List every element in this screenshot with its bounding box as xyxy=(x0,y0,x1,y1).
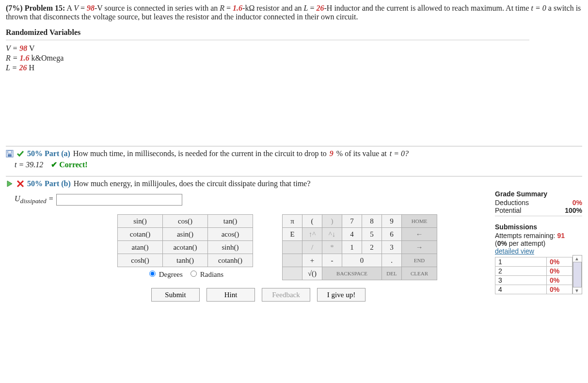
key-right[interactable]: → xyxy=(402,241,437,254)
number-pad: π ( ) 7 8 9 HOME E ↑^ ^↓ 4 5 6 ← / * xyxy=(282,214,437,280)
table-row: 20% xyxy=(495,267,572,276)
key-pi[interactable]: π xyxy=(283,215,302,228)
key-clear[interactable]: CLEAR xyxy=(402,267,437,280)
key-cos[interactable]: cos() xyxy=(163,215,208,228)
svg-rect-2 xyxy=(8,151,12,153)
key-del[interactable]: DEL xyxy=(382,267,402,280)
key-0[interactable]: 0 xyxy=(342,254,382,267)
x-icon xyxy=(16,180,24,188)
grade-summary-title: Grade Summary xyxy=(495,190,582,198)
scroll-down-icon[interactable]: ▼ xyxy=(573,287,581,294)
save-icon xyxy=(6,150,14,158)
var-V: V = 98 V xyxy=(6,44,582,53)
key-sub[interactable]: ^↓ xyxy=(322,228,342,241)
randomized-variables-title: Randomized Variables xyxy=(6,28,582,37)
key-lparen[interactable]: ( xyxy=(302,215,322,228)
key-minus[interactable]: - xyxy=(322,254,342,267)
key-dot[interactable]: . xyxy=(382,254,402,267)
feedback-button[interactable]: Feedback xyxy=(262,288,310,302)
part-b-header: 50% Part (b) How much energy, in millijo… xyxy=(6,176,582,190)
table-row: 10% xyxy=(495,257,572,267)
key-atan[interactable]: atan() xyxy=(118,241,163,254)
part-b-label: 50% Part (b) xyxy=(27,179,71,188)
key-sqrt[interactable]: √() xyxy=(302,267,322,280)
key-rparen[interactable]: ) xyxy=(322,215,342,228)
key-4[interactable]: 4 xyxy=(342,228,362,241)
part-a-answer: t = 39.12 ✔ Correct! xyxy=(6,160,582,169)
key-3[interactable]: 3 xyxy=(382,241,402,254)
detailed-view-link[interactable]: detailed view xyxy=(495,247,582,255)
key-6[interactable]: 6 xyxy=(382,228,402,241)
key-left[interactable]: ← xyxy=(402,228,437,241)
key-blank2 xyxy=(283,254,302,267)
svg-rect-1 xyxy=(8,154,12,157)
key-5[interactable]: 5 xyxy=(362,228,382,241)
key-cosh[interactable]: cosh() xyxy=(118,254,163,267)
key-E[interactable]: E xyxy=(283,228,302,241)
divider xyxy=(6,40,529,40)
key-sinh[interactable]: sinh() xyxy=(208,241,253,254)
key-blank3 xyxy=(283,267,302,280)
action-buttons: Submit Hint Feedback I give up! xyxy=(6,280,495,302)
table-row: 40% xyxy=(495,285,572,294)
var-L: L = 26 H xyxy=(6,64,582,72)
problem-weight: (7%) Problem 15: xyxy=(6,4,65,12)
play-icon xyxy=(6,180,14,188)
key-sup[interactable]: ↑^ xyxy=(302,228,322,241)
key-2[interactable]: 2 xyxy=(362,241,382,254)
scroll-up-icon[interactable]: ▲ xyxy=(573,255,581,262)
key-home[interactable]: HOME xyxy=(402,215,437,228)
key-acos[interactable]: acos() xyxy=(208,228,253,241)
key-cotan[interactable]: cotan() xyxy=(118,228,163,241)
submit-button[interactable]: Submit xyxy=(151,288,200,302)
problem-statement: (7%) Problem 15: A V = 98-V source is co… xyxy=(6,4,582,21)
angle-mode: Degrees Radians xyxy=(117,267,253,279)
correct-label: ✔ Correct! xyxy=(51,160,87,169)
hint-button[interactable]: Hint xyxy=(207,288,255,302)
key-cotanh[interactable]: cotanh() xyxy=(208,254,253,267)
answer-row: Udissipated = xyxy=(6,190,495,206)
key-1[interactable]: 1 xyxy=(342,241,362,254)
answer-input[interactable] xyxy=(56,194,182,206)
part-a-header: 50% Part (a) How much time, in milliseco… xyxy=(6,146,582,160)
key-div[interactable]: / xyxy=(302,241,322,254)
key-7[interactable]: 7 xyxy=(342,215,362,228)
key-plus[interactable]: + xyxy=(302,254,322,267)
key-tan[interactable]: tan() xyxy=(208,215,253,228)
scrollbar[interactable] xyxy=(573,262,582,287)
key-sin[interactable]: sin() xyxy=(118,215,163,228)
key-8[interactable]: 8 xyxy=(362,215,382,228)
submissions-table: 10% 20% 30% 40% xyxy=(495,257,572,294)
key-acotan[interactable]: acotan() xyxy=(163,241,208,254)
degrees-radio[interactable]: Degrees xyxy=(147,271,183,278)
var-R: R = 1.6 k&Omega xyxy=(6,54,582,63)
key-end[interactable]: END xyxy=(402,254,437,267)
part-a-label: 50% Part (a) xyxy=(27,149,70,158)
key-mul[interactable]: * xyxy=(322,241,342,254)
key-9[interactable]: 9 xyxy=(382,215,402,228)
answer-variable: Udissipated = xyxy=(15,194,53,205)
table-row: 30% xyxy=(495,276,572,285)
radians-radio[interactable]: Radians xyxy=(188,271,223,278)
submissions-title: Submissions xyxy=(495,223,582,231)
key-backspace[interactable]: BACKSPACE xyxy=(322,267,382,280)
key-blank1 xyxy=(283,241,302,254)
check-icon xyxy=(16,150,24,158)
giveup-button[interactable]: I give up! xyxy=(317,288,366,302)
grade-panel: Grade Summary Deductions0% Potential100%… xyxy=(495,190,582,294)
function-pad: sin() cos() tan() cotan() asin() acos() … xyxy=(117,214,253,279)
key-tanh[interactable]: tanh() xyxy=(163,254,208,267)
key-asin[interactable]: asin() xyxy=(163,228,208,241)
